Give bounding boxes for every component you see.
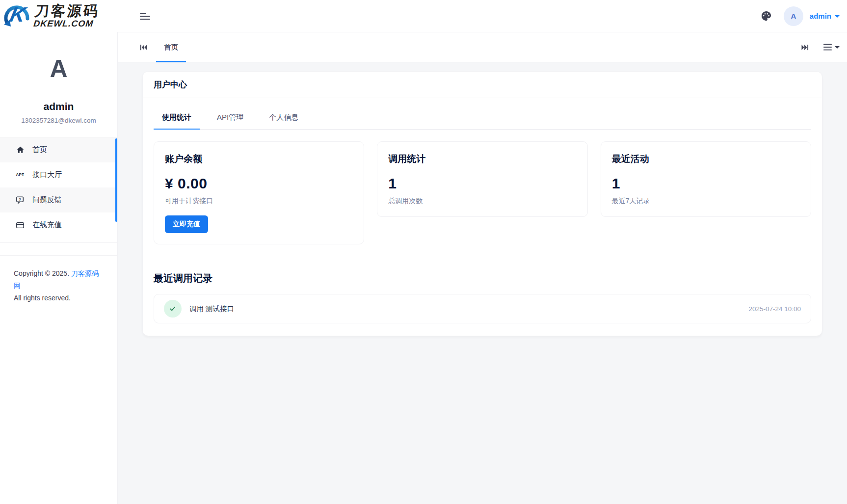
page-tab-bar: 首页: [118, 32, 847, 62]
user-avatar[interactable]: A: [784, 6, 803, 26]
user-center-card: 用户中心 使用统计 API管理 个人信息 账户余额 ¥ 0.00 可用于计费接口: [142, 71, 822, 336]
profile-email: 1302357281@dkewl.com: [0, 117, 117, 124]
user-name: admin: [810, 12, 831, 20]
top-header: K 刀客源码 DKEWL.COM A: [0, 0, 847, 32]
stat-title: 调用统计: [388, 153, 576, 165]
profile-avatar-letter: A: [0, 56, 117, 81]
stat-title: 最近活动: [612, 153, 800, 165]
feedback-icon: ?: [15, 196, 26, 205]
theme-palette-icon[interactable]: [761, 10, 772, 22]
caret-down-icon: [835, 15, 840, 18]
sidebar-divider: [0, 242, 117, 243]
stat-desc: 总调用次数: [388, 197, 576, 206]
api-icon: API: [15, 172, 26, 178]
sidebar-item-label: 接口大厅: [32, 170, 62, 180]
sidebar-menu: 首页 API 接口大厅 ? 问题反馈: [0, 137, 117, 238]
recent-calls-section: 最近调用记录 调用 测试接口 2025-07-24 10:: [154, 272, 811, 323]
user-center-tabs: 使用统计 API管理 个人信息: [154, 113, 811, 130]
brand-name-cn: 刀客源码: [34, 4, 101, 18]
stat-cards: 账户余额 ¥ 0.00 可用于计费接口 立即充值 调用统计 1 总调用次数: [154, 141, 811, 244]
sidebar-footer: Copyright © 2025. 刀客源码网 All rights reser…: [0, 256, 117, 305]
caret-down-icon: [835, 46, 840, 49]
app-root: K 刀客源码 DKEWL.COM A: [0, 0, 847, 504]
sidebar-profile: A admin 1302357281@dkewl.com: [0, 32, 117, 124]
stat-card-recent-activity: 最近活动 1 最近7天记录: [601, 141, 811, 217]
sidebar-item-label: 在线充值: [32, 220, 62, 230]
rights-text: All rights reserved.: [14, 294, 71, 302]
brand-logo[interactable]: K 刀客源码 DKEWL.COM: [0, 0, 118, 32]
tab-profile-info[interactable]: 个人信息: [261, 113, 307, 129]
tabs-list-menu-icon[interactable]: [823, 44, 840, 51]
success-check-icon: [164, 300, 182, 318]
brand-k-icon: K: [2, 1, 32, 31]
sidebar-item-recharge[interactable]: 在线充值: [0, 212, 117, 238]
sidebar-item-feedback[interactable]: ? 问题反馈: [0, 187, 117, 212]
stat-desc: 可用于计费接口: [165, 197, 353, 206]
tab-home[interactable]: 首页: [156, 32, 186, 62]
list-item: 调用 测试接口 2025-07-24 10:00: [154, 294, 811, 323]
recent-calls-list: 调用 测试接口 2025-07-24 10:00: [154, 294, 811, 323]
sidebar-scrollbar-thumb[interactable]: [115, 138, 117, 222]
sidebar-item-label: 首页: [32, 145, 47, 155]
stat-desc: 最近7天记录: [612, 197, 800, 206]
copyright-text: Copyright © 2025.: [14, 269, 71, 277]
recent-calls-title: 最近调用记录: [154, 272, 811, 285]
sidebar-item-home[interactable]: 首页: [0, 137, 117, 162]
recharge-now-button[interactable]: 立即充值: [165, 215, 208, 233]
record-timestamp: 2025-07-24 10:00: [748, 305, 801, 313]
recharge-card-icon: [15, 221, 26, 230]
stat-card-calls: 调用统计 1 总调用次数: [377, 141, 587, 217]
header-main: A admin: [118, 0, 847, 32]
stat-value: ¥ 0.00: [165, 175, 353, 192]
sidebar-item-api-hall[interactable]: API 接口大厅: [0, 162, 117, 187]
svg-text:?: ?: [19, 197, 21, 201]
brand-name-en: DKEWL.COM: [33, 19, 99, 28]
tab-api-manage[interactable]: API管理: [209, 113, 252, 129]
stat-card-balance: 账户余额 ¥ 0.00 可用于计费接口 立即充值: [154, 141, 364, 244]
stat-value: 1: [388, 175, 576, 192]
main-area: 首页: [118, 32, 847, 504]
sidebar-item-label: 问题反馈: [32, 195, 62, 205]
tabs-scroll-end-icon[interactable]: [801, 44, 809, 51]
page-content: 用户中心 使用统计 API管理 个人信息 账户余额 ¥ 0.00 可用于计费接口: [118, 62, 847, 504]
profile-username: admin: [0, 101, 117, 112]
sidebar-toggle-icon[interactable]: [140, 11, 153, 22]
tab-usage-stats[interactable]: 使用统计: [154, 113, 200, 129]
stat-value: 1: [612, 175, 800, 192]
home-icon: [15, 146, 26, 154]
record-text: 调用 测试接口: [189, 304, 234, 314]
page-title: 用户中心: [143, 72, 822, 98]
stat-title: 账户余额: [165, 153, 353, 165]
sidebar: A admin 1302357281@dkewl.com 首页 API 接口大厅: [0, 32, 118, 504]
user-menu[interactable]: admin: [810, 12, 840, 20]
tabs-scroll-start-icon[interactable]: [140, 44, 147, 51]
